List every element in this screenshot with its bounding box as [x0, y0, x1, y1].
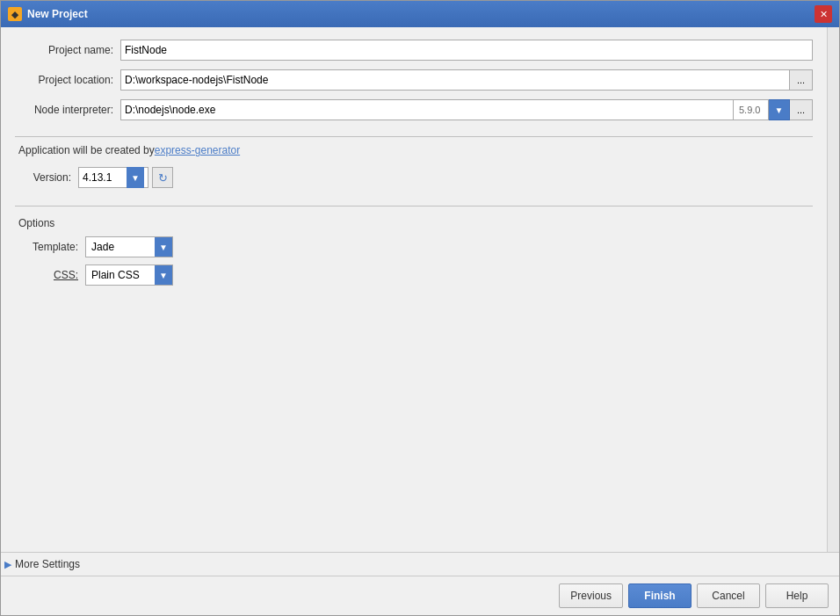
template-select[interactable]: Jade ▼ — [85, 236, 173, 257]
node-interpreter-dropdown-button[interactable]: ▼ — [769, 99, 790, 120]
version-label: Version: — [18, 171, 78, 184]
express-generator-link[interactable]: express-generator — [155, 144, 240, 156]
project-location-input[interactable] — [120, 69, 790, 91]
template-label: Template: — [33, 241, 85, 253]
version-value: 4.13.1 — [83, 171, 123, 184]
button-bar: Previous Finish Cancel Help — [1, 576, 839, 615]
options-header: Options — [15, 217, 813, 229]
main-body: Project name: Project location: ... Node… — [1, 27, 839, 552]
template-value: Jade — [86, 241, 155, 253]
close-button[interactable]: ✕ — [815, 5, 832, 23]
project-name-row: Project name: — [15, 40, 813, 61]
project-location-browse-button[interactable]: ... — [790, 69, 813, 91]
title-bar-left: ◆ New Project — [8, 7, 88, 21]
node-interpreter-input[interactable] — [120, 99, 734, 120]
refresh-icon: ↻ — [158, 171, 168, 185]
project-name-label: Project name: — [15, 44, 120, 56]
cancel-button[interactable]: Cancel — [697, 583, 760, 608]
css-row: CSS: Plain CSS ▼ — [15, 265, 813, 286]
more-settings-row[interactable]: ▶ More Settings — [1, 552, 839, 576]
interpreter-input-group: 5.9.0 ▼ ... — [120, 99, 813, 120]
help-button[interactable]: Help — [765, 583, 829, 608]
project-location-row: Project location: ... — [15, 69, 813, 91]
node-interpreter-browse-button[interactable]: ... — [790, 99, 813, 120]
divider-1 — [15, 136, 813, 137]
more-settings-arrow-icon: ▶ — [4, 559, 11, 570]
previous-button[interactable]: Previous — [559, 583, 623, 608]
node-interpreter-label: Node interpreter: — [15, 104, 120, 116]
project-name-input[interactable] — [120, 40, 813, 61]
template-dropdown-arrow[interactable]: ▼ — [155, 237, 172, 257]
version-dropdown-arrow[interactable]: ▼ — [127, 167, 144, 188]
template-arrow-icon: ▼ — [159, 243, 168, 252]
template-row: Template: Jade ▼ — [15, 236, 813, 257]
generator-row: Application will be created by express-g… — [15, 144, 813, 156]
css-arrow-icon: ▼ — [159, 271, 168, 280]
generator-description: Application will be created by — [18, 144, 155, 156]
node-interpreter-row: Node interpreter: 5.9.0 ▼ ... — [15, 99, 813, 120]
spacer — [15, 293, 813, 540]
dialog-icon: ◆ — [8, 7, 22, 21]
title-bar: ◆ New Project ✕ — [1, 1, 839, 27]
options-section: Options Template: Jade ▼ CSS: Plain — [15, 217, 813, 293]
project-location-label: Project location: — [15, 74, 120, 86]
new-project-dialog: ◆ New Project ✕ Project name: Project lo… — [0, 0, 840, 616]
version-row: Version: 4.13.1 ▼ ↻ — [15, 167, 813, 188]
version-select[interactable]: 4.13.1 ▼ — [78, 167, 148, 188]
dialog-title: New Project — [27, 8, 88, 20]
css-select[interactable]: Plain CSS ▼ — [85, 265, 173, 286]
css-value: Plain CSS — [86, 269, 155, 281]
finish-button[interactable]: Finish — [628, 583, 692, 608]
version-select-group: 4.13.1 ▼ ↻ — [78, 167, 173, 188]
divider-2 — [15, 206, 813, 207]
css-label: CSS: — [33, 269, 85, 281]
more-settings-label: More Settings — [15, 558, 80, 570]
dropdown-icon: ▼ — [131, 173, 140, 183]
main-content: Project name: Project location: ... Node… — [1, 27, 827, 552]
version-refresh-button[interactable]: ↻ — [152, 167, 173, 188]
css-dropdown-arrow[interactable]: ▼ — [155, 265, 172, 285]
scrollbar[interactable] — [827, 27, 839, 552]
node-version-badge: 5.9.0 — [734, 99, 769, 120]
dropdown-arrow-icon: ▼ — [775, 105, 784, 115]
